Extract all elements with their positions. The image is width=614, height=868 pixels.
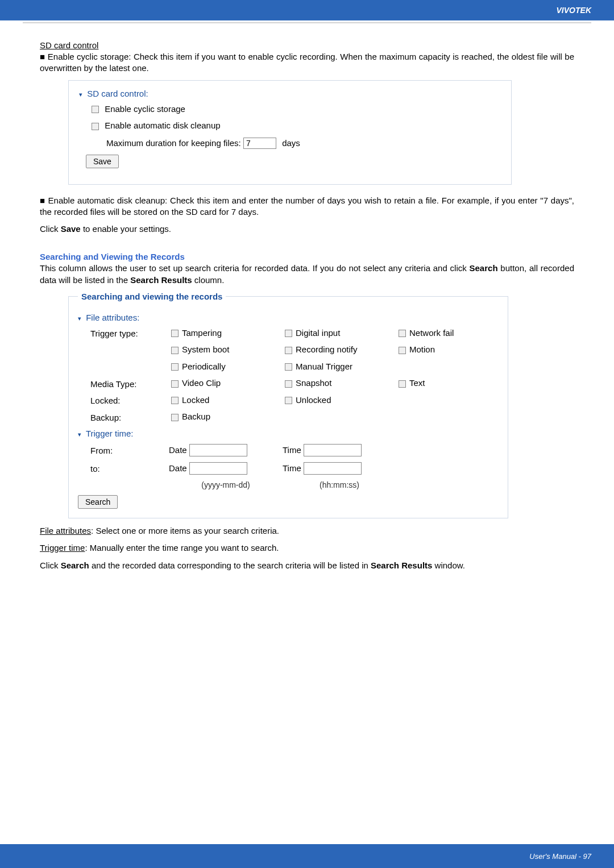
tampering-label: Tampering: [182, 328, 222, 338]
manual-trigger-label: Manual Trigger: [296, 362, 352, 371]
sd-panel-title: SD card control:: [87, 89, 148, 98]
brand-label: VIVOTEK: [557, 6, 591, 15]
click-search-help: Click Search and the recorded data corre…: [40, 560, 574, 571]
to-label: to:: [78, 464, 169, 474]
trigger-time-heading: Trigger time:: [86, 429, 134, 438]
text-label: Text: [409, 378, 425, 388]
network-fail-checkbox[interactable]: [399, 330, 406, 337]
sd-card-control-panel: ▾ SD card control: Enable cyclic storage…: [68, 80, 512, 185]
network-fail-label: Network fail: [409, 328, 454, 338]
chevron-down-icon: ▾: [78, 315, 81, 322]
digital-input-checkbox[interactable]: [285, 330, 292, 337]
date-format-hint: (yyyy-mm-dd): [169, 480, 283, 489]
max-duration-input[interactable]: [243, 138, 276, 149]
backup-label: Backup:: [78, 413, 169, 422]
time-label: Time: [283, 463, 301, 473]
from-date-input[interactable]: [189, 444, 247, 456]
search-button[interactable]: Search: [78, 495, 118, 509]
from-time-input[interactable]: [304, 444, 362, 456]
file-attributes-help: File attributes: Select one or more item…: [40, 525, 574, 537]
date-label: Date: [169, 445, 187, 455]
motion-label: Motion: [409, 344, 435, 354]
trigger-time-help: Trigger time: Manually enter the time ra…: [40, 542, 574, 554]
from-label: From:: [78, 446, 169, 455]
locked-opt-label: Locked: [182, 395, 209, 405]
search-panel-legend: Searching and viewing the records: [78, 292, 226, 301]
time-label: Time: [283, 445, 301, 455]
digital-input-label: Digital input: [296, 328, 340, 338]
chevron-down-icon: ▾: [79, 91, 82, 98]
system-boot-label: System boot: [182, 344, 229, 354]
unlocked-label: Unlocked: [296, 395, 331, 405]
save-button[interactable]: Save: [86, 155, 119, 168]
to-time-input[interactable]: [304, 462, 362, 475]
recording-notify-label: Recording notify: [296, 344, 357, 354]
video-clip-checkbox[interactable]: [171, 380, 179, 388]
backup-opt-label: Backup: [182, 412, 210, 421]
snapshot-checkbox[interactable]: [285, 380, 292, 388]
media-type-label: Media Type:: [78, 379, 169, 389]
motion-checkbox[interactable]: [399, 347, 406, 354]
recording-notify-checkbox[interactable]: [285, 347, 292, 354]
enable-cleanup-checkbox[interactable]: [92, 123, 99, 130]
periodically-checkbox[interactable]: [171, 363, 179, 371]
header-bar: VIVOTEK: [0, 0, 614, 20]
unlocked-checkbox[interactable]: [285, 397, 292, 404]
to-date-input[interactable]: [189, 462, 247, 475]
sd-bullet-cleanup: ■ Enable automatic disk cleanup: Check t…: [40, 195, 574, 218]
locked-checkbox[interactable]: [171, 397, 179, 404]
footer-page-label: User's Manual - 97: [529, 852, 591, 861]
time-format-hint: (hh:mm:ss): [283, 480, 396, 489]
searching-intro: This column allows the user to set up se…: [40, 263, 574, 286]
tampering-checkbox[interactable]: [171, 330, 179, 337]
locked-label: Locked:: [78, 396, 169, 405]
enable-cleanup-label: Enable automatic disk cleanup: [105, 121, 220, 130]
sd-card-control-heading: SD card control: [40, 40, 574, 50]
trigger-type-label: Trigger type:: [78, 329, 169, 338]
backup-checkbox[interactable]: [171, 414, 179, 421]
manual-trigger-checkbox[interactable]: [285, 363, 292, 371]
video-clip-label: Video Clip: [182, 378, 221, 388]
enable-cyclic-checkbox[interactable]: [92, 106, 99, 113]
max-duration-label: Maximum duration for keeping files:: [106, 138, 241, 148]
text-checkbox[interactable]: [399, 380, 406, 388]
file-attributes-label: File attributes:: [86, 313, 139, 322]
enable-cyclic-label: Enable cyclic storage: [105, 104, 185, 114]
search-records-panel: Searching and viewing the records ▾ File…: [68, 292, 508, 518]
snapshot-label: Snapshot: [296, 378, 331, 388]
chevron-down-icon: ▾: [78, 431, 81, 438]
system-boot-checkbox[interactable]: [171, 347, 179, 354]
sd-bullet-cyclic: ■ Enable cyclic storage: Check this item…: [40, 51, 574, 74]
periodically-label: Periodically: [182, 362, 226, 371]
click-save-line: Click Save to enable your settings.: [40, 223, 574, 235]
footer-bar: User's Manual - 97: [0, 844, 614, 868]
searching-heading: Searching and Viewing the Records: [40, 252, 574, 261]
date-label: Date: [169, 463, 187, 473]
days-label: days: [282, 138, 300, 148]
